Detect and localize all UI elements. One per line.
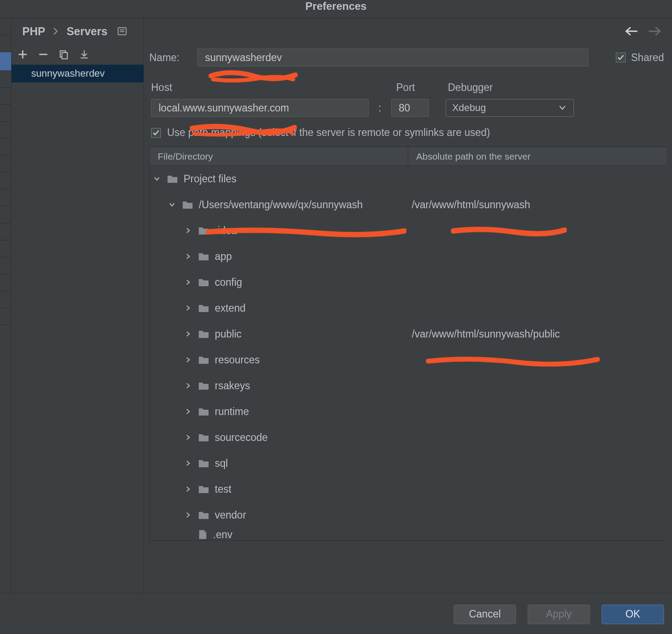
use-path-mappings-checkbox[interactable] <box>151 128 161 138</box>
window-title: Preferences <box>305 0 366 12</box>
ok-button[interactable]: OK <box>602 605 664 624</box>
host-label: Host <box>151 82 396 94</box>
name-row: Name: Shared <box>149 44 667 71</box>
import-icon[interactable] <box>79 49 89 59</box>
tree-folder[interactable]: sql <box>150 450 667 476</box>
folder-icon <box>198 407 209 416</box>
tree-folder[interactable]: .idea <box>150 218 667 243</box>
chevron-right-icon[interactable] <box>184 227 194 234</box>
category-notch[interactable] <box>0 223 11 240</box>
category-notch[interactable] <box>0 240 11 257</box>
chevron-right-icon[interactable] <box>184 305 194 312</box>
server-item-label: sunnywasherdev <box>31 68 105 79</box>
category-notch[interactable] <box>0 156 11 173</box>
tree-file[interactable]: .env <box>150 528 667 540</box>
options-icon[interactable] <box>117 27 127 36</box>
server-path-value[interactable]: /var/www/html/sunnywash/public <box>412 328 560 340</box>
folder-icon <box>198 510 209 520</box>
tree-folder[interactable]: public /var/www/html/sunnywash/public <box>150 321 667 347</box>
chevron-right-icon[interactable] <box>184 460 194 467</box>
folder-icon <box>198 303 209 313</box>
forward-icon[interactable] <box>648 26 661 36</box>
path-mapping-table: File/Directory Absolute path on the serv… <box>149 147 667 541</box>
chevron-right-icon[interactable] <box>184 434 194 441</box>
tree-folder[interactable]: vendor <box>150 502 667 528</box>
chevron-right-icon[interactable] <box>184 279 194 286</box>
breadcrumb-leaf[interactable]: Servers <box>66 25 107 38</box>
category-notch[interactable] <box>0 291 11 308</box>
category-notch[interactable] <box>0 71 11 88</box>
tree-label: app <box>215 251 232 263</box>
chevron-right-icon <box>53 28 58 35</box>
apply-button[interactable]: Apply <box>528 605 590 624</box>
tree-label: config <box>215 276 242 288</box>
cancel-button[interactable]: Cancel <box>454 605 516 624</box>
tree-label: rsakeys <box>215 380 250 392</box>
tree-label: .env <box>213 529 232 541</box>
chevron-right-icon[interactable] <box>184 382 194 389</box>
chevron-right-icon[interactable] <box>184 408 194 415</box>
path-mapping-header: File/Directory Absolute path on the serv… <box>150 147 667 166</box>
svg-rect-1 <box>120 29 124 30</box>
chevron-down-icon[interactable] <box>168 201 178 208</box>
category-notch[interactable] <box>0 139 11 156</box>
chevron-right-icon[interactable] <box>184 511 194 519</box>
tree-folder[interactable]: test <box>150 476 667 502</box>
category-strip <box>0 18 12 593</box>
server-path-value[interactable]: /var/www/html/sunnywash <box>412 199 530 211</box>
chevron-right-icon[interactable] <box>184 356 194 363</box>
chevron-down-icon[interactable] <box>153 175 163 182</box>
tree-label: extend <box>215 302 246 314</box>
folder-icon <box>198 329 209 339</box>
host-port-separator: : <box>369 102 391 114</box>
chevron-right-icon[interactable] <box>184 253 194 260</box>
category-notch-active[interactable] <box>0 52 11 71</box>
tree-folder[interactable]: app <box>150 243 667 269</box>
shared-checkbox[interactable] <box>616 53 626 62</box>
host-input[interactable] <box>151 99 369 117</box>
dialog-footer: Cancel Apply OK <box>0 593 672 634</box>
debugger-select[interactable]: Xdebug <box>446 99 574 117</box>
breadcrumb-root[interactable]: PHP <box>22 25 45 38</box>
port-input[interactable] <box>391 99 429 117</box>
chevron-right-icon[interactable] <box>184 486 194 493</box>
tree-folder[interactable]: extend <box>150 295 667 321</box>
tree-folder[interactable]: rsakeys <box>150 373 667 399</box>
copy-icon[interactable] <box>59 49 69 59</box>
folder-icon <box>198 355 209 365</box>
tree-folder[interactable]: resources <box>150 347 667 373</box>
category-notch[interactable] <box>0 18 11 35</box>
category-notch[interactable] <box>0 206 11 223</box>
tree-root[interactable]: Project files <box>150 166 667 192</box>
category-notch[interactable] <box>0 122 11 139</box>
category-notch[interactable] <box>0 88 11 105</box>
remove-icon[interactable] <box>38 49 48 59</box>
category-notch[interactable] <box>0 257 11 274</box>
svg-rect-4 <box>62 53 67 59</box>
category-notch[interactable] <box>0 173 11 189</box>
tree-folder[interactable]: config <box>150 269 667 295</box>
debugger-value: Xdebug <box>452 102 486 114</box>
tree-label: .idea <box>215 225 237 237</box>
tree-label: runtime <box>215 406 249 418</box>
name-input[interactable] <box>197 49 588 66</box>
server-list-item[interactable]: sunnywasherdev <box>12 65 143 82</box>
tree-label: sql <box>215 457 228 469</box>
shared-label: Shared <box>631 52 667 64</box>
chevron-right-icon[interactable] <box>184 330 194 338</box>
tree-folder[interactable]: runtime <box>150 399 667 424</box>
header-file-directory: File/Directory <box>158 151 213 162</box>
category-notch[interactable] <box>0 274 11 291</box>
tree-project[interactable]: /Users/wentang/www/qx/sunnywash /var/www… <box>150 192 667 218</box>
category-notch[interactable] <box>0 308 11 325</box>
category-notch[interactable] <box>0 105 11 122</box>
tree-label: /Users/wentang/www/qx/sunnywash <box>199 199 363 211</box>
back-icon[interactable] <box>625 26 638 36</box>
tree-label: vendor <box>215 509 246 521</box>
tree-folder[interactable]: sourcecode <box>150 424 667 450</box>
tree-label: test <box>215 483 231 495</box>
category-notch[interactable] <box>0 189 11 206</box>
add-icon[interactable] <box>18 49 28 59</box>
connection-labels: Host Port Debugger <box>149 82 667 94</box>
category-notch[interactable] <box>0 35 11 52</box>
